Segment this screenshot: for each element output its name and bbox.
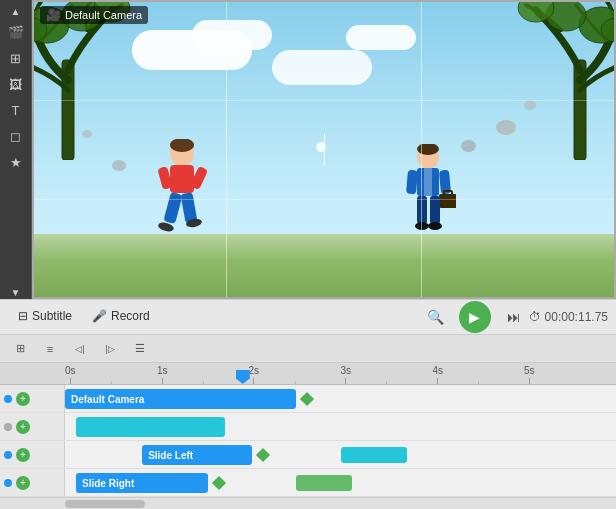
ruler-mark-0s: 0s [65,365,76,384]
slide-right-dot [4,479,12,487]
default-camera-clip-label: Default Camera [71,394,144,405]
ruler-mark-4s: 4s [433,365,444,384]
snap-left-button[interactable]: ◁| [68,338,92,360]
ruler-minor-tick-1 [111,381,112,384]
ruler-tick-2s [253,378,254,384]
svg-rect-12 [170,165,194,193]
ruler-label-2s: 2s [248,365,259,376]
character-standing [401,144,456,239]
slide-left-label: + [0,441,65,468]
default-camera-clip[interactable]: Default Camera [65,389,296,409]
subtitle-icon: ⊟ [18,309,28,323]
bottom-bar: ⊟ Subtitle 🎤 Record 🔍 ▶ ⏭ [0,299,616,509]
ruler-tick-0s [70,378,71,384]
track-2-row: + [0,413,616,441]
ruler-tick-4s [437,378,438,384]
particle-4 [112,160,126,171]
timeline-scrollbar[interactable] [0,497,616,509]
record-tab[interactable]: 🎤 Record [82,305,160,329]
cloud-4 [346,25,416,50]
image-icon[interactable]: 🖼 [4,72,28,96]
slide-right-clip[interactable]: Slide Right [76,473,208,493]
cloud-3 [272,50,372,85]
scene-container: 🎥 Default Camera [32,0,616,299]
ruler-minor-tick-5 [478,381,479,384]
slide-right-keyframe[interactable] [212,475,226,489]
shape-icon[interactable]: ◻ [4,124,28,148]
camera-label-text: Default Camera [65,9,142,21]
tree-right [456,0,616,160]
track-2-label: + [0,413,65,440]
camera-keyframe-1[interactable] [300,391,314,405]
particle-5 [82,130,92,138]
layers-icon[interactable]: ⊞ [4,46,28,70]
timer-icon: ⏱ [529,310,541,324]
star-icon[interactable]: ★ [4,150,28,174]
timeline-tracks: + Default Camera + [0,385,616,497]
slide-left-segment[interactable] [341,447,407,463]
grid-tool-button[interactable]: ⊞ [8,338,32,360]
ruler-tick-3s [345,378,346,384]
ruler-label-0s: 0s [65,365,76,376]
sidebar-scroll-up[interactable]: ▲ [4,4,28,18]
snap-right-button[interactable]: |▷ [98,338,122,360]
ruler-minor-tick-2 [203,381,204,384]
track-2-content [65,413,616,440]
ruler-mark-2s: 2s [248,365,259,384]
slide-left-add[interactable]: + [16,448,30,462]
list-tool-button[interactable]: ☰ [128,338,152,360]
svg-point-29 [415,222,429,230]
camera-label: 🎥 Default Camera [40,6,148,24]
top-area: ▲ 🎬 ⊞ 🖼 T ◻ ★ ▼ [0,0,616,299]
microphone-icon: 🎤 [92,309,107,323]
slide-right-content: Slide Right [65,469,616,496]
slide-left-keyframe[interactable] [256,447,270,461]
toolbar-center: 🔍 ▶ ⏭ [421,301,529,333]
particle-3 [524,100,536,110]
ruler-label-5s: 5s [524,365,535,376]
crosshair [316,142,332,158]
camera-track-row: + Default Camera [0,385,616,413]
playhead[interactable] [236,370,250,384]
slide-left-clip[interactable]: Slide Left [142,445,252,465]
svg-rect-28 [430,196,440,224]
next-button[interactable]: ⏭ [499,303,529,331]
tree-left [32,0,192,160]
sidebar: ▲ 🎬 ⊞ 🖼 T ◻ ★ ▼ [0,0,32,299]
ruler-minor-tick-4 [386,381,387,384]
subtitle-tab-label: Subtitle [32,309,72,323]
canvas-area: 🎥 Default Camera [32,0,616,299]
sidebar-scroll-down[interactable]: ▼ [4,285,28,299]
character-walking [152,139,212,239]
toolbar-row: ⊟ Subtitle 🎤 Record 🔍 ▶ ⏭ [0,299,616,335]
slide-right-add[interactable]: + [16,476,30,490]
track-2-clip[interactable] [76,417,225,437]
track-2-add[interactable]: + [16,420,30,434]
slide-left-content: Slide Left [65,441,616,468]
align-tool-button[interactable]: ≡ [38,338,62,360]
svg-rect-27 [417,196,427,224]
app-container: ▲ 🎬 ⊞ 🖼 T ◻ ★ ▼ [0,0,616,509]
scroll-thumb[interactable] [65,500,145,508]
subtitle-tab[interactable]: ⊟ Subtitle [8,305,82,329]
timeline-container: 0s 1s 2s 3s [0,363,616,509]
ruler-track: 0s 1s 2s 3s [65,362,616,384]
camera-icon: 🎥 [46,8,61,22]
ruler-tick-5s [529,378,530,384]
zoom-icon: 🔍 [427,309,444,325]
slide-right-segment[interactable] [296,475,351,491]
film-icon[interactable]: 🎬 [4,20,28,44]
ruler-label-3s: 3s [341,365,352,376]
particle-1 [496,120,516,135]
ruler-mark-5s: 5s [524,365,535,384]
svg-rect-15 [163,192,182,224]
particle-2 [461,140,476,152]
cloud-2 [192,20,272,50]
playhead-head [236,370,250,384]
text-icon[interactable]: T [4,98,28,122]
track-2-dot [4,423,12,431]
ruler-mark-3s: 3s [341,365,352,384]
camera-track-add[interactable]: + [16,392,30,406]
play-button[interactable]: ▶ [459,301,491,333]
zoom-button[interactable]: 🔍 [421,303,451,331]
